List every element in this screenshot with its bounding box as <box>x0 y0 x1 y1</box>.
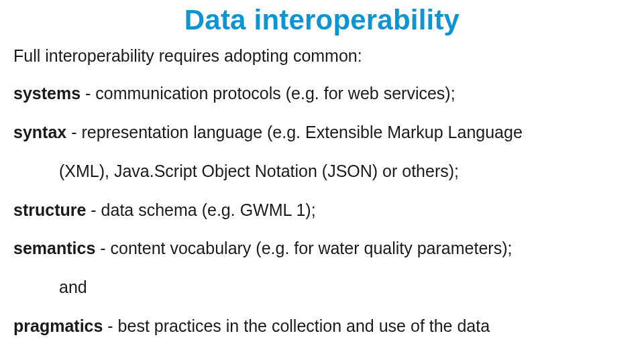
item-structure: structure - data schema (e.g. GWML 1); <box>13 199 631 222</box>
slide-title: Data interoperability <box>13 4 631 36</box>
item-syntax-term: syntax <box>13 123 66 141</box>
item-systems-term: systems <box>13 84 80 103</box>
item-semantics-term: semantics <box>13 239 95 257</box>
item-semantics: semantics - content vocabulary (e.g. for… <box>13 237 631 260</box>
item-structure-term: structure <box>13 200 86 219</box>
item-systems: systems - communication protocols (e.g. … <box>13 82 631 105</box>
item-pragmatics-term: pragmatics <box>13 316 103 335</box>
item-syntax-cont: (XML), Java.Script Object Notation (JSON… <box>13 160 631 183</box>
item-semantics-cont: and <box>13 276 631 299</box>
slide: Data interoperability Full interoperabil… <box>0 0 644 362</box>
item-systems-rest: - communication protocols (e.g. for web … <box>80 84 455 103</box>
item-pragmatics-rest: - best practices in the collection and u… <box>103 316 490 335</box>
intro-text: Full interoperability requires adopting … <box>13 46 631 66</box>
item-pragmatics: pragmatics - best practices in the colle… <box>13 315 631 338</box>
item-structure-rest: - data schema (e.g. GWML 1); <box>86 200 315 219</box>
item-semantics-rest: - content vocabulary (e.g. for water qua… <box>95 239 512 257</box>
item-syntax-rest: - representation language (e.g. Extensib… <box>66 123 523 141</box>
item-syntax: syntax - representation language (e.g. E… <box>13 121 631 144</box>
